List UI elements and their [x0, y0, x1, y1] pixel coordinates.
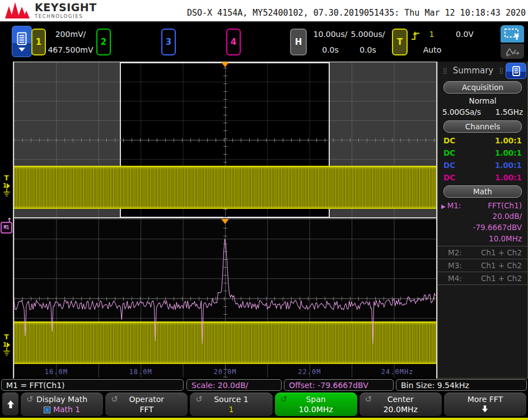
softkey-menu: ↺ Display Math Math 1 ↺ Operator FFT ↺ S…	[0, 391, 528, 418]
menu-dropdown-icon	[18, 48, 25, 52]
channel-marker-label: 1	[3, 183, 7, 189]
probe-ratio: 1.00:1	[495, 136, 522, 145]
rotary-knob-icon: ↺	[111, 394, 118, 404]
trigger-level-marker-zoom[interactable]: T	[0, 334, 13, 340]
channel-summary-row: DC 1.00:1	[438, 171, 527, 184]
softkey-source1[interactable]: ↺ Source 1 1	[190, 393, 272, 416]
bandwidth: 1.5GHz	[496, 108, 523, 116]
acquisition-rates: 5.00GSa/s 1.5GHz	[438, 106, 527, 119]
timebase-zoom-scale[interactable]: 5.000us/	[343, 30, 393, 39]
m1-function: FFT(Ch1)	[488, 201, 522, 210]
channel-1-button[interactable]: 1	[31, 29, 46, 55]
channel-1-ground-marker-zoom[interactable]: 1	[0, 342, 13, 357]
channel-3-button[interactable]: 3	[161, 29, 176, 55]
trigger-slope-icon	[411, 31, 420, 42]
freq-axis-label: 18.0M	[129, 368, 152, 376]
math-m3-row: M3: Ch1 + Ch2	[438, 259, 527, 272]
m4-label: M4:	[448, 274, 462, 283]
coupling-label: DC	[443, 173, 455, 182]
brand-name: KEYSIGHT	[35, 2, 97, 13]
channel-summary-row: DC 1.00:1	[438, 159, 527, 171]
probe-ratio: 1.00:1	[495, 161, 522, 170]
m1-reference-marker[interactable]: M1	[1, 222, 12, 234]
softkey-more-fft[interactable]: More FFT	[444, 393, 526, 416]
down-arrow-icon	[480, 405, 489, 413]
channel-summary-row: DC 1.00:1	[438, 134, 527, 147]
m1-scale: 20.0dB/	[438, 211, 527, 222]
drag-handle-icon[interactable]: ⣿	[499, 67, 503, 74]
channel-2-button[interactable]: 2	[96, 29, 111, 55]
softkey-display-math[interactable]: ↺ Display Math Math 1	[21, 393, 103, 416]
trigger-button[interactable]: T	[392, 29, 408, 55]
trigger-level-marker[interactable]: T	[0, 175, 13, 181]
trigger-position-marker[interactable]	[221, 62, 229, 67]
coupling-label: DC	[443, 161, 455, 170]
freq-axis-label: 24.0MHz	[381, 368, 414, 376]
m4-function: Ch1 + Ch2	[481, 274, 522, 283]
sidebar-titlebar: ⣿ Summary ⣿	[438, 62, 527, 80]
summary-sidebar: ⣿ Summary ⣿ Acquisition Normal 5.00GSa/s…	[437, 62, 528, 379]
offset-statusbox[interactable]: Offset: -79.6667dBV	[284, 379, 394, 391]
channel-1-scale[interactable]: 200mV/	[47, 30, 94, 39]
bin-size-statusbox[interactable]: Bin Size: 9.54kHz	[396, 379, 527, 391]
acquisition-section-button[interactable]: Acquisition	[443, 81, 522, 94]
pan-waveform-button[interactable]	[501, 44, 524, 59]
math-section-button[interactable]: Math	[443, 185, 522, 198]
channel-1-ground-marker[interactable]: 1	[0, 183, 13, 198]
expand-arrow-icon: ▶	[441, 203, 446, 209]
channel-marker-label: 1	[3, 342, 7, 348]
ground-symbol-icon	[3, 189, 11, 197]
time-domain-panel	[14, 62, 436, 218]
channel-1-offset[interactable]: 467.500mV	[45, 45, 96, 54]
ground-symbol-icon	[3, 348, 11, 356]
softkey-operator[interactable]: ↺ Operator FFT	[105, 393, 188, 416]
menu-list-icon	[512, 66, 520, 76]
coupling-label: DC	[443, 136, 455, 145]
timebase-zoom-delay[interactable]: 0.0s	[343, 45, 393, 54]
softkey-value: FFT	[105, 405, 188, 414]
softkey-span[interactable]: ↺ Span 10.0MHz	[275, 393, 357, 416]
coupling-label: DC	[443, 148, 455, 157]
m1-offset: -79.6667dBV	[438, 222, 527, 233]
scale-statusbox[interactable]: Scale: 20.0dB/	[186, 379, 282, 391]
keysight-wave-icon	[4, 2, 30, 19]
fft-panel: 16.0M 18.0M 20.0M 22.0M 24.0MHz	[14, 219, 436, 377]
fft-trace	[14, 219, 436, 377]
softkey-value: 10.0MHz	[275, 405, 357, 414]
toolbar: 1 200mV/ 467.500mV 2 3 4 H 10.00us/ 0.0s…	[0, 22, 528, 62]
zoom-select-button[interactable]	[501, 25, 524, 43]
bottom-accent-line	[0, 418, 528, 420]
channel-summary-row: DC 1.00:1	[438, 147, 527, 159]
waveform-arrow-icon	[504, 46, 520, 57]
math-source-statusbox[interactable]: M1 = FFT(Ch1)	[1, 379, 184, 391]
left-marker-margin: T 1 ↑ M1 T 1	[0, 62, 13, 379]
trigger-mode[interactable]: Auto	[420, 45, 445, 54]
softkey-value: Math 1	[21, 405, 103, 414]
main-menu-button[interactable]	[12, 26, 32, 57]
softkey-value: 20.0MHz	[359, 405, 442, 414]
acquisition-mode: Normal	[438, 95, 527, 106]
trigger-position-marker-zoom[interactable]	[221, 219, 229, 224]
trigger-source[interactable]: 1	[423, 30, 440, 39]
back-button[interactable]	[2, 393, 18, 416]
channels-section-button[interactable]: Channels	[443, 120, 522, 133]
m1-label: M1:	[447, 201, 461, 210]
math1-checkbox[interactable]	[44, 407, 50, 413]
menu-list-icon	[17, 32, 27, 45]
rotary-knob-icon: ↺	[281, 394, 288, 404]
softkey-center[interactable]: ↺ Center 20.0MHz	[359, 393, 442, 416]
drag-handle-icon[interactable]: ⣿	[443, 67, 447, 74]
marker-arrow-icon	[7, 342, 10, 348]
probe-ratio: 1.00:1	[495, 148, 522, 157]
freq-axis-label: 22.0M	[298, 368, 321, 376]
sidebar-menu-button[interactable]	[506, 63, 526, 79]
main-area: T 1 ↑ M1 T 1	[0, 62, 528, 379]
horizontal-button[interactable]: H	[290, 29, 307, 55]
softkey-value	[444, 405, 526, 414]
up-arrow-icon	[7, 400, 15, 409]
m1-span: 10.0MHz	[438, 233, 527, 246]
math-m2-row: M2: Ch1 + Ch2	[438, 246, 527, 259]
marker-arrow-icon	[7, 183, 10, 189]
channel-4-button[interactable]: 4	[226, 29, 241, 55]
trigger-level[interactable]: 0.0V	[449, 30, 480, 39]
